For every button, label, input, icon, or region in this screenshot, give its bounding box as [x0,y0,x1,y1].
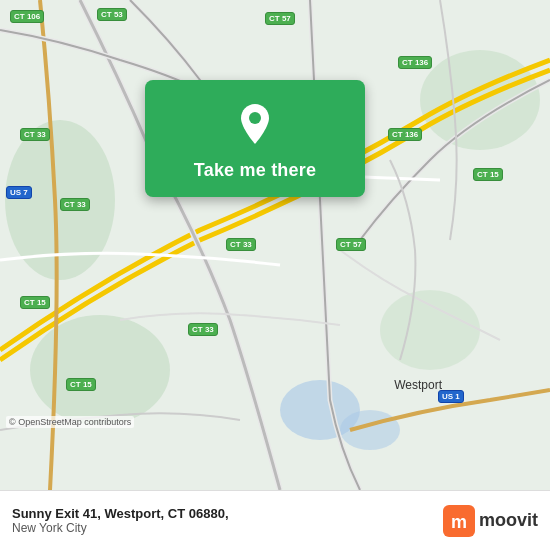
address-section: Sunny Exit 41, Westport, CT 06880, New Y… [12,506,229,535]
road-badge-ct15-b: CT 15 [66,378,96,391]
location-pin-icon [231,100,279,148]
svg-point-7 [249,112,261,124]
road-badge-ct106: CT 106 [10,10,44,23]
svg-point-3 [30,315,170,425]
road-badge-ct136-r: CT 136 [388,128,422,141]
road-badge-us1: US 1 [438,390,464,403]
road-badge-ct136-tr: CT 136 [398,56,432,69]
road-badge-ct33-mc: CT 33 [226,238,256,251]
bottom-bar: Sunny Exit 41, Westport, CT 06880, New Y… [0,490,550,550]
location-card[interactable]: Take me there [145,80,365,197]
moovit-icon: m [443,505,475,537]
svg-point-4 [380,290,480,370]
osm-attribution: © OpenStreetMap contributors [6,416,134,428]
address-line: Sunny Exit 41, Westport, CT 06880, [12,506,229,521]
road-badge-ct57-mc: CT 57 [336,238,366,251]
road-badge-ct15-r: CT 15 [473,168,503,181]
road-badge-ct53: CT 53 [97,8,127,21]
road-badge-us7: US 7 [6,186,32,199]
moovit-logo: m moovit [443,505,538,537]
take-me-there-button[interactable]: Take me there [194,160,316,181]
city-line: New York City [12,521,229,535]
svg-text:m: m [451,512,467,532]
moovit-text: moovit [479,510,538,531]
road-badge-ct57-top: CT 57 [265,12,295,25]
svg-point-6 [340,410,400,450]
road-badge-ct33-b: CT 33 [188,323,218,336]
road-badge-ct15-bl: CT 15 [20,296,50,309]
road-badge-ct33-ml: CT 33 [60,198,90,211]
road-badge-ct33-l: CT 33 [20,128,50,141]
map-container: Take me there CT 106 CT 53 CT 57 CT 136 … [0,0,550,490]
